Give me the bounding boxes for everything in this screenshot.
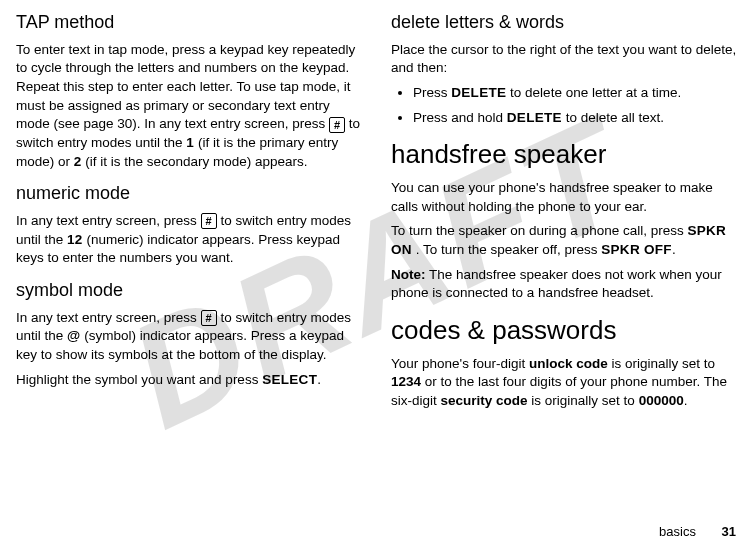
select-softkey: SELECT — [262, 372, 317, 387]
heading-tap-method: TAP method — [16, 10, 365, 35]
text: Press — [413, 85, 451, 100]
text: . — [684, 393, 688, 408]
hash-key-icon: # — [201, 213, 217, 229]
code-000000: 000000 — [639, 393, 684, 408]
indicator-2: 2 — [74, 154, 82, 169]
list-item: Press DELETE to delete one letter at a t… — [413, 84, 740, 103]
handsfree-note: Note: The handsfree speaker does not wor… — [391, 266, 740, 303]
text: . — [672, 242, 676, 257]
heading-numeric-mode: numeric mode — [16, 181, 365, 206]
text: is originally set to — [531, 393, 638, 408]
delete-softkey: DELETE — [451, 85, 506, 100]
handsfree-p2: To turn the speaker on during a phone ca… — [391, 222, 740, 259]
page-number: 31 — [722, 524, 736, 539]
text: (if it is the secondary mode) appears. — [85, 154, 307, 169]
text: To turn the speaker on during a phone ca… — [391, 223, 687, 238]
text: to delete one letter at a time. — [510, 85, 681, 100]
page-content: TAP method To enter text in tap mode, pr… — [0, 0, 756, 417]
right-column: delete letters & words Place the cursor … — [391, 0, 740, 417]
symbol-mode-paragraph: In any text entry screen, press # to swi… — [16, 309, 365, 365]
note-label: Note: — [391, 267, 426, 282]
symbol-highlight-paragraph: Highlight the symbol you want and press … — [16, 371, 365, 390]
heading-symbol-mode: symbol mode — [16, 278, 365, 303]
tap-method-paragraph: To enter text in tap mode, press a keypa… — [16, 41, 365, 171]
text: In any text entry screen, press — [16, 213, 201, 228]
heading-codes: codes & passwords — [391, 313, 740, 349]
numeric-mode-paragraph: In any text entry screen, press # to swi… — [16, 212, 365, 268]
text: . To turn the speaker off, press — [416, 242, 602, 257]
spkr-off-softkey: SPKR OFF — [601, 242, 672, 257]
text: Your phone's four-digit — [391, 356, 529, 371]
indicator-at: @ — [67, 328, 80, 343]
unlock-code-term: unlock code — [529, 356, 608, 371]
hash-key-icon: # — [201, 310, 217, 326]
heading-handsfree: handsfree speaker — [391, 137, 740, 173]
handsfree-p1: You can use your phone's handsfree speak… — [391, 179, 740, 216]
text: is originally set to — [611, 356, 715, 371]
delete-softkey: DELETE — [507, 110, 562, 125]
delete-list: Press DELETE to delete one letter at a t… — [391, 84, 740, 127]
code-1234: 1234 — [391, 374, 421, 389]
indicator-12: 12 — [67, 232, 83, 247]
text: to delete all text. — [566, 110, 664, 125]
page-footer: basics 31 — [659, 524, 736, 539]
left-column: TAP method To enter text in tap mode, pr… — [16, 0, 365, 417]
text: In any text entry screen, press — [16, 310, 201, 325]
text: Highlight the symbol you want and press — [16, 372, 262, 387]
footer-section: basics — [659, 524, 696, 539]
text: . — [317, 372, 321, 387]
text: The handsfree speaker does not work when… — [391, 267, 722, 301]
delete-intro: Place the cursor to the right of the tex… — [391, 41, 740, 78]
hash-key-icon: # — [329, 117, 345, 133]
list-item: Press and hold DELETE to delete all text… — [413, 109, 740, 128]
text: Press and hold — [413, 110, 507, 125]
indicator-1: 1 — [186, 135, 194, 150]
text: To enter text in tap mode, press a keypa… — [16, 42, 355, 132]
security-code-term: security code — [441, 393, 528, 408]
heading-delete: delete letters & words — [391, 10, 740, 35]
codes-paragraph: Your phone's four-digit unlock code is o… — [391, 355, 740, 411]
